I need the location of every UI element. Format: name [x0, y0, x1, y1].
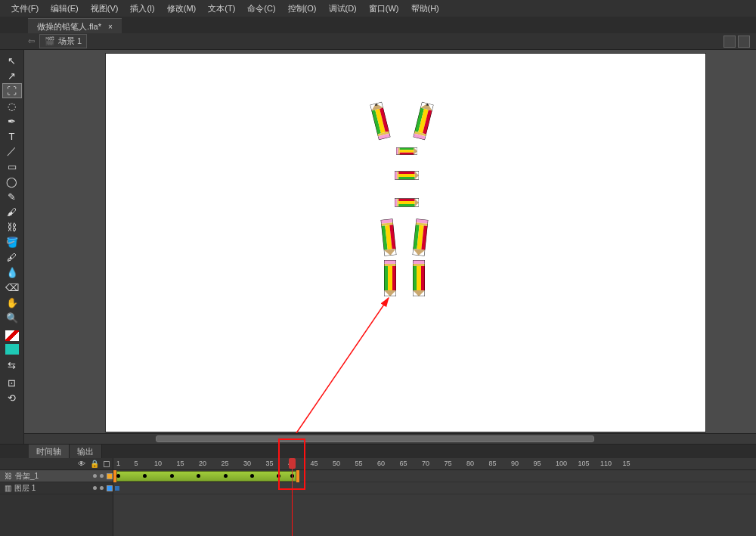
svg-rect-19 [400, 150, 414, 153]
svg-marker-35 [415, 199, 419, 207]
scrollbar-thumb[interactable] [156, 435, 594, 442]
ruler-tick-70: 70 [422, 460, 429, 467]
snap-option-icon[interactable]: ⊡ [2, 375, 22, 390]
menu-debug[interactable]: 调试(D) [324, 2, 362, 16]
swap-colors-icon[interactable]: ⇆ [2, 360, 22, 370]
pencil-belly [395, 192, 419, 213]
menu-view[interactable]: 视图(V) [85, 2, 124, 16]
rectangle-tool[interactable]: ▭ [2, 159, 22, 174]
svg-rect-30 [395, 199, 397, 207]
menu-text[interactable]: 文本(T) [203, 2, 240, 16]
layer-visibility-dot[interactable] [93, 486, 97, 490]
eraser-tool[interactable]: ⌫ [2, 280, 22, 295]
keyframe-blank[interactable] [115, 486, 119, 491]
edit-scene-icon[interactable] [723, 36, 736, 48]
scene-button[interactable]: 🎬 场景 1 [39, 34, 87, 48]
text-tool[interactable]: T [2, 129, 22, 144]
stage-canvas[interactable] [106, 54, 705, 432]
svg-rect-61 [417, 266, 421, 290]
svg-marker-63 [413, 290, 425, 296]
ruler-tick-20: 20 [199, 460, 206, 467]
eyedropper-tool[interactable]: 💧 [2, 265, 22, 280]
svg-rect-26 [398, 174, 414, 177]
layer-row-1[interactable]: ▥ 图层 1 [0, 482, 113, 494]
hand-tool[interactable]: ✋ [2, 295, 22, 310]
free-transform-tool[interactable]: ⛶ [2, 83, 22, 98]
pencil-thigh-left [381, 218, 397, 256]
visibility-column-icon[interactable]: 👁 [78, 460, 85, 468]
layer-icon: ▥ [5, 484, 11, 492]
ruler-tick-65: 65 [400, 460, 407, 467]
svg-rect-23 [395, 172, 397, 180]
menu-control[interactable]: 控制(O) [283, 2, 322, 16]
lasso-tool[interactable]: ◌ [2, 98, 22, 113]
selection-tool[interactable]: ↖ [2, 53, 22, 68]
stage-area[interactable] [24, 50, 756, 444]
svg-rect-53 [384, 266, 388, 290]
back-icon[interactable]: ⇦ [28, 36, 35, 46]
track-row-armature[interactable] [113, 470, 756, 482]
layer-lock-dot[interactable] [100, 486, 104, 490]
ruler-tick-15: 15 [177, 460, 184, 467]
menu-insert[interactable]: 插入(I) [125, 2, 160, 16]
menu-file[interactable]: 文件(F) [6, 2, 44, 16]
bone-tool[interactable]: ⛓ [2, 219, 22, 234]
brush-tool[interactable]: 🖌 [2, 204, 22, 219]
ruler-tick-100: 100 [556, 460, 567, 467]
svg-rect-16 [396, 147, 398, 154]
lock-column-icon[interactable]: 🔒 [90, 460, 99, 468]
tools-panel: ↖ ↗ ⛶ ◌ ✒ T ／ ▭ ◯ ✎ 🖌 ⛓ 🪣 🖋 💧 ⌫ ✋ 🔍 ⇆ ⊡ … [0, 50, 24, 444]
subselection-tool[interactable]: ↗ [2, 68, 22, 83]
keyframe-1[interactable] [116, 474, 120, 478]
layer-panel: 👁 🔒 ⛓ 骨架_1 ▥ 图层 1 [0, 458, 113, 536]
outline-column-icon[interactable] [104, 461, 110, 467]
ruler-tick-45: 45 [311, 460, 318, 467]
armature-icon: ⛓ [5, 472, 12, 480]
pencil-head [396, 142, 417, 160]
symbol-icon[interactable] [738, 36, 750, 48]
layer-name-1: 图层 1 [14, 483, 36, 494]
svg-marker-21 [414, 147, 417, 154]
frame-ruler[interactable]: 1510152025303540455055606570758085909510… [113, 458, 756, 470]
menu-bar: 文件(F) 编辑(E) 视图(V) 插入(I) 修改(M) 文本(T) 命令(C… [0, 0, 756, 17]
svg-rect-59 [413, 264, 425, 266]
svg-rect-24 [397, 172, 398, 180]
keyframe-13[interactable] [170, 474, 174, 478]
ink-bottle-tool[interactable]: 🖋 [2, 249, 22, 265]
tab-timeline[interactable]: 时间轴 [29, 445, 70, 458]
fill-color-swatch[interactable] [5, 343, 20, 355]
menu-window[interactable]: 窗口(W) [364, 2, 404, 16]
close-tab-icon[interactable]: × [108, 23, 113, 31]
menu-modify[interactable]: 修改(M) [162, 2, 202, 16]
layer-outline-swatch[interactable] [107, 473, 113, 479]
menu-commands[interactable]: 命令(C) [242, 2, 280, 16]
layer-row-armature[interactable]: ⛓ 骨架_1 [0, 470, 113, 482]
svg-rect-58 [413, 260, 425, 264]
track-row-1[interactable] [113, 482, 756, 494]
scene-bar: ⇦ 🎬 场景 1 [0, 33, 756, 50]
zoom-tool[interactable]: 🔍 [2, 310, 22, 325]
pencil-tool[interactable]: ✎ [2, 189, 22, 204]
layer-outline-swatch[interactable] [107, 485, 113, 491]
layer-visibility-dot[interactable] [93, 474, 97, 478]
layer-lock-dot[interactable] [100, 474, 104, 478]
stage-horizontal-scrollbar[interactable] [24, 433, 756, 444]
menu-help[interactable]: 帮助(H) [406, 2, 445, 16]
keyframe-25[interactable] [224, 474, 228, 478]
document-tab[interactable]: 做操的铅笔人.fla* × [28, 18, 122, 33]
document-tab-bar: 做操的铅笔人.fla* × [0, 17, 756, 33]
ruler-tick-80: 80 [466, 460, 474, 467]
oval-tool[interactable]: ◯ [2, 174, 22, 189]
menu-edit[interactable]: 编辑(E) [45, 2, 84, 16]
pencil-shin-left [384, 260, 396, 296]
keyframe-31[interactable] [250, 474, 254, 478]
line-tool[interactable]: ／ [2, 144, 22, 159]
tab-output[interactable]: 输出 [70, 445, 102, 458]
timeline-panel: 时间轴 输出 👁 🔒 ⛓ 骨架_1 ▥ 图层 1 [0, 444, 756, 536]
pencil-arm-left [370, 102, 390, 140]
stroke-color-swatch[interactable] [5, 330, 20, 342]
frame-track-panel[interactable]: 1510152025303540455055606570758085909510… [113, 458, 756, 536]
pen-tool[interactable]: ✒ [2, 113, 22, 129]
option-rotate-icon[interactable]: ⟲ [2, 390, 22, 405]
paint-bucket-tool[interactable]: 🪣 [2, 234, 22, 249]
